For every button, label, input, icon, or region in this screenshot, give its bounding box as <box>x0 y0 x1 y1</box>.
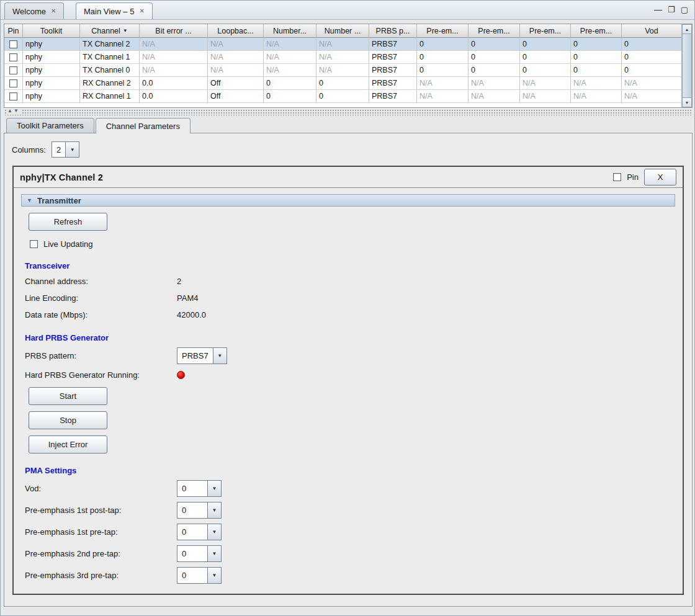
chevron-down-icon[interactable]: ▼ <box>207 546 221 561</box>
window-controls: — ❐ ▢ <box>654 5 688 14</box>
parameter-tabbar: Toolkit Parameters Channel Parameters <box>4 118 191 133</box>
column-header-bit-error[interactable]: Bit error ... <box>140 24 208 38</box>
column-header-channel[interactable]: Channel▼ <box>80 24 140 38</box>
prbs-pattern-combobox[interactable]: PRBS7 ▼ <box>177 347 227 364</box>
live-updating-row: Live Updating <box>30 239 675 249</box>
table-cell: RX Channel 2 <box>80 77 140 90</box>
table-row[interactable]: nphyTX Channel 2N/AN/AN/AN/APRBS700000 <box>4 38 681 51</box>
table-cell: N/A <box>208 38 264 51</box>
table-cell: 0 <box>622 64 681 77</box>
column-header-number[interactable]: Number... <box>264 24 316 38</box>
tab-main-view-5[interactable]: Main View – 5 ✕ <box>76 2 153 19</box>
transceiver-heading: Transceiver <box>25 261 675 270</box>
chevron-down-icon[interactable]: ▼ <box>207 524 221 540</box>
pin-cell <box>4 64 23 77</box>
column-header-pre-em[interactable]: Pre-em... <box>469 24 520 38</box>
column-header-loopbac[interactable]: Loopbac... <box>208 24 264 38</box>
column-header-pre-em[interactable]: Pre-em... <box>571 24 622 38</box>
pre-emphasis-1st-pre-tap-combobox[interactable]: 0 ▼ <box>177 524 222 540</box>
minimize-icon[interactable]: — <box>654 5 662 14</box>
column-header-number[interactable]: Number ... <box>316 24 369 38</box>
vod-combobox[interactable]: 0 ▼ <box>177 480 222 497</box>
chevron-down-icon[interactable]: ▼ <box>207 481 221 496</box>
table-cell: 0 <box>469 64 520 77</box>
start-button[interactable]: Start <box>29 387 107 405</box>
field-label: Pre-emphasis 3rd pre-tap: <box>25 571 177 580</box>
close-card-button[interactable]: X <box>644 169 676 185</box>
stop-button[interactable]: Stop <box>29 411 107 429</box>
close-icon[interactable]: ✕ <box>139 8 144 14</box>
table-row[interactable]: nphyTX Channel 1N/AN/AN/AN/APRBS700000 <box>4 51 681 64</box>
scrollbar-thumb[interactable] <box>682 34 692 97</box>
hard-prbs-generator-heading: Hard PRBS Generator <box>25 333 675 342</box>
pin-checkbox[interactable] <box>9 40 17 48</box>
pin-checkbox[interactable] <box>9 66 17 74</box>
table-cell: N/A <box>622 90 681 103</box>
pre-emphasis-1st-post-tap-combobox[interactable]: 0 ▼ <box>177 502 222 519</box>
application-window: Welcome ✕ Main View – 5 ✕ — ❐ ▢ PinToolk… <box>0 0 695 616</box>
table-cell: N/A <box>140 64 208 77</box>
field-value: PAM4 <box>177 293 198 303</box>
field-value: 42000.0 <box>177 310 206 319</box>
scroll-up-icon[interactable]: ▲ <box>682 24 692 34</box>
pin-cell <box>4 90 23 103</box>
inject-error-button[interactable]: Inject Error <box>29 435 107 453</box>
collapse-triangle-icon[interactable]: ▼ <box>27 197 32 203</box>
horizontal-splitter[interactable]: ▲▼ <box>4 110 693 115</box>
table-cell: N/A <box>571 77 622 90</box>
column-header-vod[interactable]: Vod <box>622 24 681 38</box>
pin-checkbox[interactable] <box>9 79 17 87</box>
columns-combobox[interactable]: 2 ▼ <box>52 141 79 158</box>
column-header-pin[interactable]: Pin <box>4 24 23 38</box>
tab-toolkit-parameters[interactable]: Toolkit Parameters <box>6 118 94 133</box>
field-label: Line Encoding: <box>25 293 177 303</box>
splitter-handle-icon[interactable]: ▲▼ <box>6 108 21 114</box>
chevron-down-icon[interactable]: ▼ <box>207 502 221 518</box>
column-header-pre-em[interactable]: Pre-em... <box>520 24 571 38</box>
pin-checkbox[interactable] <box>613 173 621 181</box>
table-cell: N/A <box>520 90 571 103</box>
status-led-red-icon <box>177 371 185 379</box>
pre-emphasis-3rd-pre-tap-combobox[interactable]: 0 ▼ <box>177 567 222 584</box>
table-cell: PRBS7 <box>369 64 417 77</box>
table-row[interactable]: nphyTX Channel 0N/AN/AN/AN/APRBS700000 <box>4 64 681 77</box>
prbs-pattern-row: PRBS pattern: PRBS7 ▼ <box>25 347 675 364</box>
pin-cell <box>4 77 23 90</box>
table-row[interactable]: nphyRX Channel 20.0Off00PRBS7N/AN/AN/AN/… <box>4 77 681 90</box>
vod-value: 0 <box>177 481 207 496</box>
pin-checkbox[interactable] <box>9 53 17 61</box>
chevron-down-icon[interactable]: ▼ <box>207 568 221 583</box>
table-cell: N/A <box>208 64 264 77</box>
table-cell: 0 <box>417 64 469 77</box>
scroll-down-icon[interactable]: ▼ <box>682 97 692 107</box>
column-header-pre-em[interactable]: Pre-em... <box>417 24 469 38</box>
restore-icon[interactable]: ❐ <box>668 5 675 14</box>
data-rate-row: Data rate (Mbps): 42000.0 <box>25 309 675 321</box>
channel-address-row: Channel address: 2 <box>25 275 675 287</box>
table-cell: N/A <box>140 38 208 51</box>
tab-channel-parameters[interactable]: Channel Parameters <box>96 118 191 133</box>
pin-cell <box>4 38 23 51</box>
live-updating-checkbox[interactable] <box>30 240 38 248</box>
column-header-prbs-p[interactable]: PRBS p... <box>369 24 417 38</box>
vertical-scrollbar[interactable]: ▲ ▼ <box>681 24 692 107</box>
pin-checkbox[interactable] <box>9 92 17 100</box>
table-cell: N/A <box>316 51 369 64</box>
table-cell: Off <box>208 90 264 103</box>
field-label: Pre-emphasis 1st post-tap: <box>25 506 177 515</box>
table-row[interactable]: nphyRX Channel 10.0Off00PRBS7N/AN/AN/AN/… <box>4 90 681 103</box>
table-cell: PRBS7 <box>369 77 417 90</box>
maximize-icon[interactable]: ▢ <box>681 5 688 14</box>
tab-welcome[interactable]: Welcome ✕ <box>4 2 64 19</box>
transmitter-section-header[interactable]: ▼ Transmitter <box>21 194 675 207</box>
table-cell: 0 <box>571 38 622 51</box>
table-cell: 0.0 <box>140 77 208 90</box>
chevron-down-icon[interactable]: ▼ <box>213 348 226 364</box>
refresh-button[interactable]: Refresh <box>29 213 107 231</box>
close-icon[interactable]: ✕ <box>51 8 56 14</box>
table-cell: 0 <box>520 38 571 51</box>
chevron-down-icon[interactable]: ▼ <box>65 142 79 157</box>
pre-emphasis-2nd-pre-tap-combobox[interactable]: 0 ▼ <box>177 545 222 562</box>
column-header-toolkit[interactable]: Toolkit <box>23 24 80 38</box>
combo-value: 0 <box>177 524 207 540</box>
